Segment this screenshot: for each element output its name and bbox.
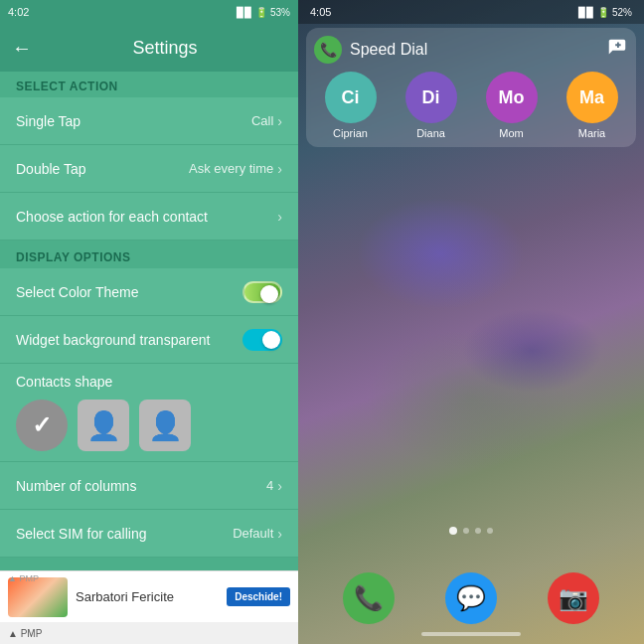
double-tap-item[interactable]: Double Tap Ask every time › xyxy=(0,145,298,193)
num-columns-item[interactable]: Number of columns 4 › xyxy=(0,462,298,510)
contacts-row: Ci Ciprian Di Diana Mo Mom xyxy=(314,72,628,139)
double-tap-value: Ask every time › xyxy=(189,161,282,177)
select-sim-item[interactable]: Select SIM for calling Default › xyxy=(0,510,298,558)
select-sim-value: Default › xyxy=(233,526,282,542)
num-columns-value: 4 › xyxy=(266,478,282,494)
toggle-knob-bg xyxy=(262,331,280,349)
ad-label: ▲ PMP xyxy=(8,573,39,583)
status-icons-left: ▉▉ 🔋 53% xyxy=(237,7,290,18)
contact-avatar-ciprian: Ci xyxy=(325,72,377,123)
nav-pill xyxy=(421,632,521,636)
toggle-knob xyxy=(260,285,278,303)
chevron-icon: › xyxy=(277,161,282,177)
checkmark-icon: ✓ xyxy=(32,411,52,439)
display-options-header: DISPLAY OPTIONS xyxy=(0,244,298,268)
chevron-icon: › xyxy=(277,209,282,225)
shape-rect-option-2[interactable]: 👤 xyxy=(139,400,191,451)
choose-action-item[interactable]: Choose action for each contact › xyxy=(0,193,298,241)
num-columns-label: Number of columns xyxy=(16,478,136,494)
page-dot-4 xyxy=(487,528,493,534)
color-theme-toggle[interactable] xyxy=(242,281,282,303)
contact-ciprian[interactable]: Ci Ciprian xyxy=(325,72,377,139)
phone-icon: 📞 xyxy=(314,36,342,64)
contact-name-maria: Maria xyxy=(578,127,606,139)
single-tap-value: Call › xyxy=(251,113,282,129)
status-bar-left: 4:02 ▉▉ 🔋 53% xyxy=(0,0,298,24)
settings-header: ← Settings xyxy=(0,24,298,72)
contacts-shape-section: Contacts shape ✓ 👤 👤 xyxy=(0,364,298,462)
chevron-icon: › xyxy=(277,478,282,494)
ad-open-button[interactable]: Deschide! xyxy=(227,587,290,606)
time-right: 4:05 xyxy=(310,6,331,18)
nav-bar-right xyxy=(298,624,644,644)
page-indicators xyxy=(298,527,644,535)
color-theme-label: Select Color Theme xyxy=(16,284,138,300)
add-contact-button[interactable] xyxy=(606,37,628,64)
color-theme-item[interactable]: Select Color Theme xyxy=(0,268,298,316)
contact-name-mom: Mom xyxy=(499,127,523,139)
shape-circle-option[interactable]: ✓ xyxy=(16,400,68,451)
contacts-shape-label: Contacts shape xyxy=(16,374,282,390)
page-dot-2 xyxy=(463,528,469,534)
shape-options: ✓ 👤 👤 xyxy=(16,400,282,451)
page-dot-3 xyxy=(475,528,481,534)
choose-action-chevron: › xyxy=(277,209,282,225)
contact-avatar-diana: Di xyxy=(405,72,457,123)
choose-action-label: Choose action for each contact xyxy=(16,209,208,225)
back-button[interactable]: ← xyxy=(12,37,32,60)
widget-header: 📞 Speed Dial xyxy=(314,36,628,64)
page-dot-1 xyxy=(449,527,457,535)
single-tap-label: Single Tap xyxy=(16,113,80,129)
speed-dial-widget: 📞 Speed Dial Ci Ciprian xyxy=(306,28,636,147)
widget-bg-item[interactable]: Widget background transparent xyxy=(0,316,298,364)
contact-mom[interactable]: Mo Mom xyxy=(486,72,538,139)
double-tap-label: Double Tap xyxy=(16,161,86,177)
person-icon-2: 👤 xyxy=(148,409,183,442)
widget-bg-label: Widget background transparent xyxy=(16,332,210,348)
widget-title-row: 📞 Speed Dial xyxy=(314,36,427,64)
contact-diana[interactable]: Di Diana xyxy=(405,72,457,139)
chevron-icon: › xyxy=(277,526,282,542)
dock-camera-app[interactable]: 📷 xyxy=(548,572,599,624)
widget-title: Speed Dial xyxy=(350,41,427,59)
phone-screen: 4:05 ▉▉ 🔋 52% 📞 Speed Dial Ci xyxy=(298,0,644,644)
status-icons-right: ▉▉ 🔋 52% xyxy=(578,7,632,18)
single-tap-item[interactable]: Single Tap Call › xyxy=(0,97,298,145)
contact-avatar-maria: Ma xyxy=(566,72,618,123)
widget-bg-toggle[interactable] xyxy=(242,329,282,351)
contact-name-ciprian: Ciprian xyxy=(333,127,368,139)
contact-maria[interactable]: Ma Maria xyxy=(566,72,618,139)
chevron-icon: › xyxy=(277,113,282,129)
dock-phone-app[interactable]: 📞 xyxy=(343,572,395,624)
bottom-bar-left: ▲ PMP xyxy=(0,622,298,644)
dock-messages-app[interactable]: 💬 xyxy=(445,572,497,624)
time-left: 4:02 xyxy=(8,6,29,18)
contact-name-diana: Diana xyxy=(416,127,445,139)
wallpaper: 4:05 ▉▉ 🔋 52% 📞 Speed Dial Ci xyxy=(298,0,644,644)
ad-banner: ▲ PMP Sarbatori Fericite Deschide! xyxy=(0,570,298,622)
select-sim-label: Select SIM for calling xyxy=(16,526,147,542)
person-icon-1: 👤 xyxy=(86,409,121,442)
settings-title: Settings xyxy=(44,38,286,59)
status-bar-right: 4:05 ▉▉ 🔋 52% xyxy=(298,0,644,24)
contact-avatar-mom: Mo xyxy=(486,72,538,123)
settings-panel: 4:02 ▉▉ 🔋 53% ← Settings SELECT ACTION S… xyxy=(0,0,298,644)
ad-text: Sarbatori Fericite xyxy=(76,589,219,604)
select-action-header: SELECT ACTION xyxy=(0,72,298,97)
bottom-dock: 📞 💬 📷 xyxy=(298,572,644,624)
shape-rect-option-1[interactable]: 👤 xyxy=(78,400,129,451)
